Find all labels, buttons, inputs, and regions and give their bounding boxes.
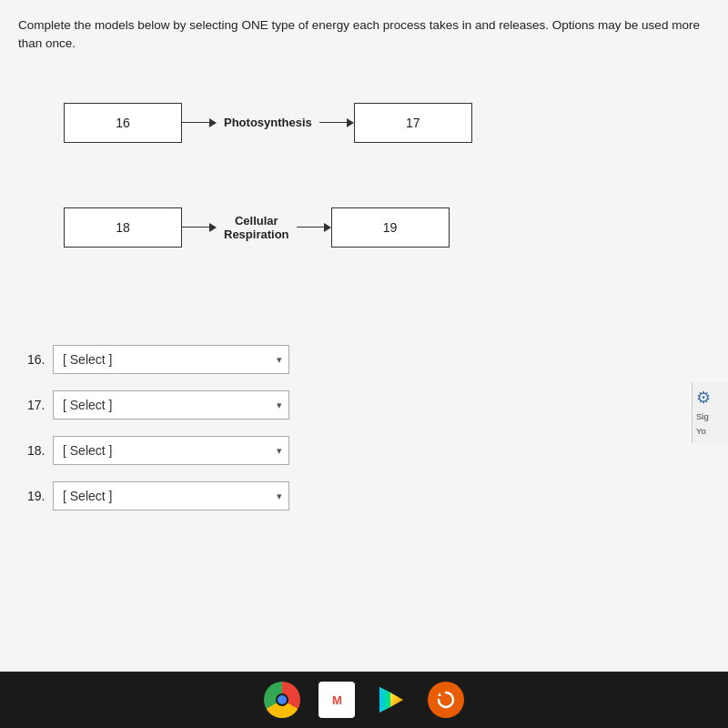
side-text-2: Yo	[696, 426, 724, 437]
play-store-icon[interactable]	[373, 682, 410, 718]
select-wrapper-19: [ Select ] Light energy Chemical energy …	[53, 481, 289, 511]
box-18: 18	[64, 207, 182, 248]
select-19[interactable]: [ Select ] Light energy Chemical energy …	[53, 481, 289, 511]
svg-marker-2	[379, 687, 390, 713]
gmail-label: M	[332, 693, 341, 707]
arrow-18-to-cell	[182, 223, 217, 232]
cellular-respiration-label: Cellular Respiration	[217, 214, 297, 241]
side-text-1: Sig	[696, 411, 724, 422]
arrow-line-3	[182, 227, 209, 228]
gmail-icon[interactable]: M	[318, 682, 355, 718]
question-number-16: 16.	[27, 352, 53, 367]
refresh-svg	[433, 687, 459, 713]
select-wrapper-16: [ Select ] Light energy Chemical energy …	[53, 345, 289, 374]
select-wrapper-18: [ Select ] Light energy Chemical energy …	[53, 436, 289, 465]
chrome-icon[interactable]	[264, 682, 300, 718]
box-16: 16	[64, 103, 182, 143]
arrow-16-to-photo	[182, 118, 217, 127]
select-16[interactable]: [ Select ] Light energy Chemical energy …	[53, 345, 289, 374]
arrowhead-3	[209, 223, 217, 232]
question-number-17: 17.	[27, 398, 53, 412]
question-row-19: 19. [ Select ] Light energy Chemical ene…	[27, 481, 701, 511]
arrow-photo-to-17	[319, 118, 354, 127]
select-wrapper-17: [ Select ] Light energy Chemical energy …	[53, 390, 289, 420]
arrow-line-1	[182, 122, 209, 124]
question-row-17: 17. [ Select ] Light energy Chemical ene…	[27, 390, 701, 420]
arrowhead-1	[209, 118, 217, 127]
photosynthesis-label: Photosynthesis	[217, 116, 319, 129]
cellular-respiration-row: 18 Cellular Respiration 19	[64, 207, 610, 248]
photosynthesis-row: 16 Photosynthesis 17	[64, 103, 610, 143]
chrome-inner-circle	[276, 693, 288, 706]
questions-section: 16. [ Select ] Light energy Chemical ene…	[18, 345, 710, 511]
svg-marker-3	[390, 693, 403, 707]
arrowhead-4	[324, 223, 331, 232]
question-row-16: 16. [ Select ] Light energy Chemical ene…	[27, 345, 701, 374]
play-store-svg	[375, 683, 408, 716]
instructions-text: Complete the models below by selecting O…	[18, 16, 710, 54]
box-17: 17	[354, 103, 472, 143]
side-panel: ⚙ Sig Yo	[692, 382, 728, 443]
main-content: Complete the models below by selecting O…	[0, 0, 728, 672]
question-number-18: 18.	[27, 443, 53, 458]
select-18[interactable]: [ Select ] Light energy Chemical energy …	[53, 436, 289, 465]
arrow-line-2	[319, 122, 347, 124]
diagram-area: 16 Photosynthesis 17 18	[18, 76, 710, 330]
question-number-19: 19.	[27, 489, 53, 503]
arrowhead-2	[347, 118, 354, 127]
taskbar: M	[0, 672, 728, 728]
select-17[interactable]: [ Select ] Light energy Chemical energy …	[53, 390, 289, 420]
box-19: 19	[331, 207, 450, 248]
arrow-cell-to-19	[297, 223, 331, 232]
arrow-line-4	[297, 227, 324, 228]
gear-icon[interactable]: ⚙	[696, 389, 711, 407]
refresh-icon[interactable]	[428, 682, 464, 718]
question-row-18: 18. [ Select ] Light energy Chemical ene…	[27, 436, 701, 465]
